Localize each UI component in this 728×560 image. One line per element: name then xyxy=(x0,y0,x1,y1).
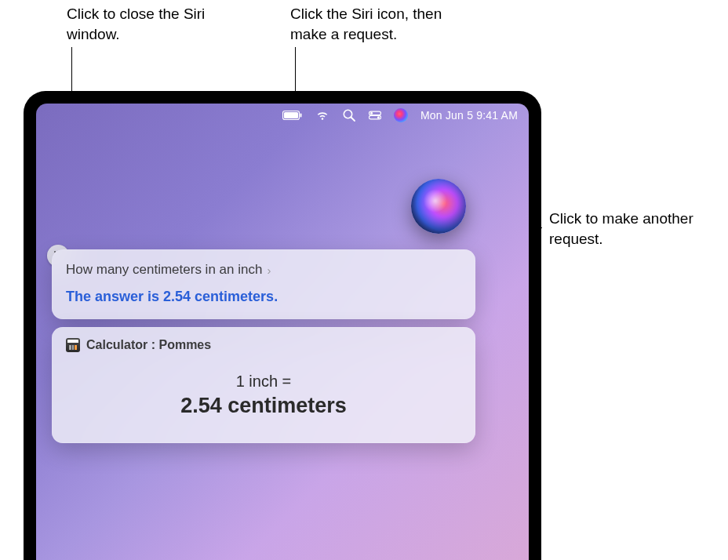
screen: Mon Jun 5 9:41 AM How many centimeters i… xyxy=(36,104,529,560)
device-frame: Mon Jun 5 9:41 AM How many centimeters i… xyxy=(24,91,541,560)
callout-menubar: Click the Siri icon, then make a request… xyxy=(290,4,479,44)
siri-menubar-icon[interactable] xyxy=(394,108,408,122)
siri-query-row[interactable]: How many centimeters in an inch › xyxy=(66,262,461,278)
svg-rect-1 xyxy=(284,112,298,118)
siri-answer-text: The answer is 2.54 centimeters. xyxy=(66,289,461,305)
calculator-icon xyxy=(66,338,80,352)
siri-panel: How many centimeters in an inch › The an… xyxy=(52,179,475,443)
svg-line-4 xyxy=(351,118,355,122)
menubar: Mon Jun 5 9:41 AM xyxy=(36,104,529,127)
siri-orb-button[interactable] xyxy=(411,179,466,234)
knowledge-source-row: Calculator : Pommes xyxy=(66,338,461,352)
knowledge-source-label: Calculator : Pommes xyxy=(86,338,211,352)
siri-knowledge-card: Calculator : Pommes 1 inch = 2.54 centim… xyxy=(52,327,475,443)
callout-close: Click to close the Siri window. xyxy=(67,4,224,44)
siri-response-card: How many centimeters in an inch › The an… xyxy=(52,249,475,319)
spotlight-icon[interactable] xyxy=(342,108,356,122)
svg-rect-2 xyxy=(300,114,301,118)
svg-point-8 xyxy=(377,116,380,118)
callout-orb: Click to make another request. xyxy=(549,209,722,249)
svg-point-6 xyxy=(370,112,373,115)
equation-line-2: 2.54 centimeters xyxy=(66,394,461,418)
equation-line-1: 1 inch = xyxy=(66,373,461,391)
wifi-icon[interactable] xyxy=(315,108,329,122)
siri-query-text: How many centimeters in an inch xyxy=(66,262,262,278)
control-center-icon[interactable] xyxy=(369,110,381,121)
chevron-right-icon: › xyxy=(267,264,271,277)
menubar-clock[interactable]: Mon Jun 5 9:41 AM xyxy=(420,109,518,122)
battery-icon[interactable] xyxy=(282,110,303,121)
equation: 1 inch = 2.54 centimeters xyxy=(66,373,461,418)
